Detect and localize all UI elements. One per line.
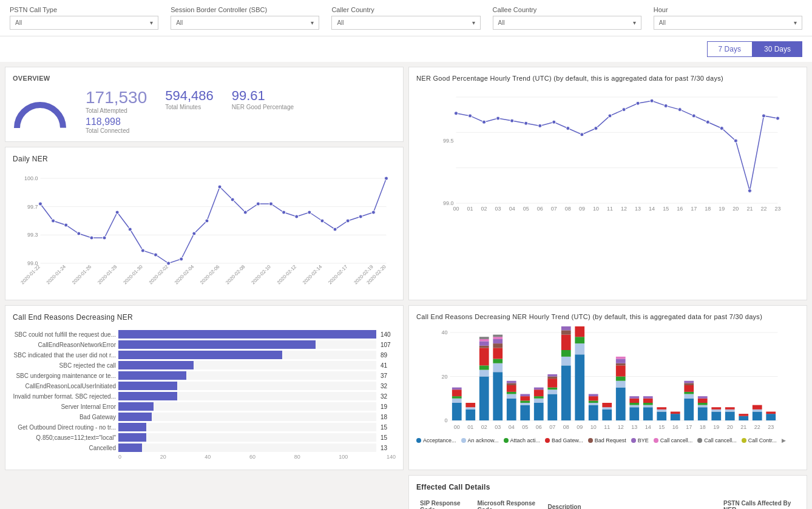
svg-text:09: 09 xyxy=(579,206,585,212)
svg-rect-128 xyxy=(479,337,489,339)
svg-point-23 xyxy=(692,114,695,118)
bar-label: CallEndReasonNetworkError xyxy=(13,342,116,348)
svg-rect-214 xyxy=(657,410,666,412)
pstn-filter-label: PSTN Call Type xyxy=(10,6,158,13)
svg-point-17 xyxy=(608,114,612,118)
legend-item: BYE xyxy=(631,437,649,443)
hour-filter-select[interactable]: All ▾ xyxy=(654,16,802,30)
hour-filter-label: Hour xyxy=(654,6,802,13)
svg-rect-135 xyxy=(493,339,502,343)
svg-text:17: 17 xyxy=(686,424,692,430)
svg-rect-211 xyxy=(643,396,653,399)
svg-rect-218 xyxy=(671,412,680,414)
svg-text:12: 12 xyxy=(618,424,624,430)
svg-point-25 xyxy=(720,126,723,130)
overview-content: 171,530 Total Attempted 118,998 Total Co… xyxy=(13,88,396,134)
bar-row: Server Internal Error19 xyxy=(13,402,396,411)
svg-rect-155 xyxy=(534,389,544,396)
bar-value: 13 xyxy=(381,445,396,451)
caller-filter-select[interactable]: All ▾ xyxy=(331,16,480,30)
main-grid: OVERVIEW 171,530 Total Attempted 118,998… xyxy=(0,62,812,509)
svg-rect-134 xyxy=(493,343,502,348)
svg-rect-203 xyxy=(629,403,639,405)
svg-text:22: 22 xyxy=(754,424,760,430)
bar-label: Server Internal Error xyxy=(13,403,116,410)
svg-text:08: 08 xyxy=(563,424,569,430)
svg-rect-229 xyxy=(698,403,708,405)
svg-rect-215 xyxy=(657,407,666,410)
daily-ner-chart: 100.099.799.399.02020-01-222020-01-24202… xyxy=(13,169,396,292)
svg-text:16: 16 xyxy=(677,206,683,212)
svg-point-78 xyxy=(243,211,247,214)
caller-chevron-icon: ▾ xyxy=(472,19,475,26)
bar-row: Get Outbound Direct routing - no tr...15 xyxy=(13,423,396,431)
bar-value: 18 xyxy=(381,414,396,420)
ner-reasons-legend: Acceptance...An acknow...Attach acti...B… xyxy=(416,437,799,443)
legend-color xyxy=(654,438,658,443)
svg-rect-166 xyxy=(561,357,571,366)
bar-fill xyxy=(118,423,146,431)
svg-text:2020-01-26: 2020-01-26 xyxy=(71,264,93,286)
svg-rect-177 xyxy=(575,326,584,337)
svg-text:10: 10 xyxy=(593,206,599,212)
svg-text:40: 40 xyxy=(441,329,447,335)
pstn-chevron-icon: ▾ xyxy=(150,19,153,26)
bar-label: SBC undergoing maintenance or te... xyxy=(13,372,116,379)
7-days-button[interactable]: 7 Days xyxy=(707,41,753,57)
svg-point-67 xyxy=(103,236,106,240)
legend-item: Bad Gatew... xyxy=(545,437,583,443)
svg-rect-150 xyxy=(520,394,530,397)
svg-text:2020-02-10: 2020-02-10 xyxy=(251,264,272,286)
svg-point-20 xyxy=(650,99,654,103)
svg-text:01: 01 xyxy=(467,424,473,430)
bar-track xyxy=(118,330,376,339)
svg-rect-168 xyxy=(561,335,571,350)
svg-point-9 xyxy=(496,116,500,120)
svg-text:04: 04 xyxy=(509,424,515,430)
callee-filter-select[interactable]: All ▾ xyxy=(493,16,641,30)
bar-value: 140 xyxy=(381,331,396,338)
svg-text:02: 02 xyxy=(481,206,487,212)
legend-scroll-icon[interactable]: ▶ xyxy=(782,437,786,443)
sbc-filter-select[interactable]: All ▾ xyxy=(171,16,319,30)
pstn-filter-value: All xyxy=(15,19,22,26)
bar-label: Invalid number format. SBC rejected... xyxy=(13,393,116,400)
svg-rect-241 xyxy=(739,416,748,420)
svg-rect-144 xyxy=(507,381,516,383)
bar-fill xyxy=(118,361,194,369)
svg-rect-136 xyxy=(493,337,502,339)
svg-rect-130 xyxy=(493,372,502,420)
svg-text:21: 21 xyxy=(746,206,753,212)
svg-point-80 xyxy=(269,202,273,206)
svg-rect-112 xyxy=(452,399,462,403)
pstn-filter-select[interactable]: All ▾ xyxy=(10,16,158,30)
30-days-button[interactable]: 30 Days xyxy=(753,41,802,57)
svg-text:2020-01-22: 2020-01-22 xyxy=(20,264,42,286)
svg-point-63 xyxy=(52,219,55,223)
svg-point-10 xyxy=(510,119,514,123)
svg-text:23: 23 xyxy=(768,424,774,430)
ner-stat: 99.61 NER Good Percentage xyxy=(232,88,294,110)
call-end-reasons-card: Call End Reasons Decreasing NER SBC coul… xyxy=(5,305,404,470)
bar-row: SBC could not fulfill the request due...… xyxy=(13,330,396,339)
svg-text:04: 04 xyxy=(509,206,515,212)
svg-rect-233 xyxy=(711,412,721,421)
svg-rect-152 xyxy=(534,403,544,420)
svg-text:23: 23 xyxy=(774,206,780,212)
svg-text:2020-01-24: 2020-01-24 xyxy=(46,264,67,286)
legend-color xyxy=(697,438,702,443)
svg-point-16 xyxy=(594,126,598,130)
ner-reasons-title: Call End Reasons Decreasing NER Hourly T… xyxy=(416,313,799,320)
svg-text:02: 02 xyxy=(481,424,487,430)
total-attempted-value: 171,530 xyxy=(86,88,147,107)
total-attempted-stat: 171,530 Total Attempted 118,998 Total Co… xyxy=(86,88,147,134)
svg-point-19 xyxy=(636,101,640,105)
svg-rect-228 xyxy=(698,405,708,408)
svg-rect-119 xyxy=(465,403,475,407)
svg-rect-133 xyxy=(493,348,502,359)
svg-text:10: 10 xyxy=(590,424,597,430)
effected-calls-card: Effected Call Details SIP Response Code … xyxy=(408,475,807,509)
ner-hourly-card: NER Good Percentage Hourly Trend (UTC) (… xyxy=(408,67,807,300)
effected-calls-title: Effected Call Details xyxy=(416,483,799,491)
svg-point-87 xyxy=(359,215,362,218)
